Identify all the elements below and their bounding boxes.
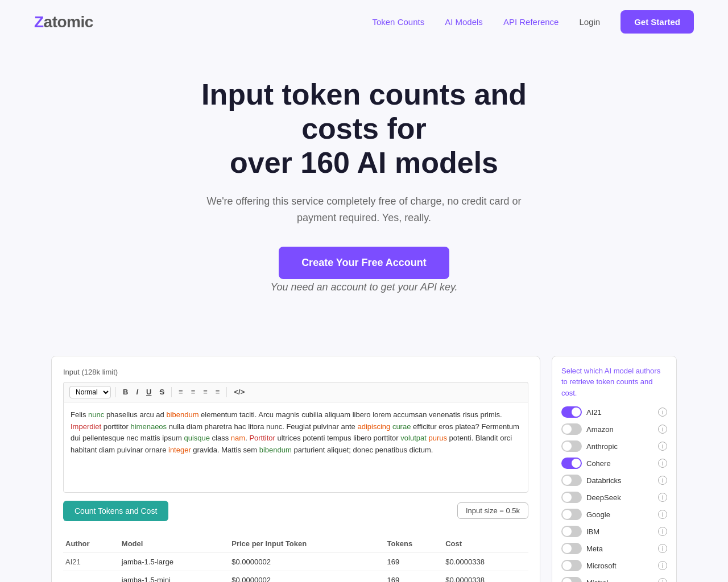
model-label-microsoft: Microsoft (586, 562, 653, 570)
cell-cost: $0.0000338 (443, 571, 528, 582)
model-label-cohere: Cohere (586, 459, 653, 468)
cell-price: $0.0000002 (229, 571, 384, 582)
info-icon-deepseek[interactable]: i (658, 493, 667, 502)
toolbar-code[interactable]: </> (231, 386, 247, 397)
toggle-microsoft[interactable] (561, 560, 582, 571)
logo-rest: atomic (44, 13, 93, 31)
toggle-ai21[interactable] (561, 406, 582, 418)
create-account-button[interactable]: Create Your Free Account (279, 247, 449, 279)
right-panel: Select which AI model authors to retriev… (552, 356, 677, 582)
cell-tokens: 169 (385, 571, 444, 582)
model-row-ibm: IBM i (561, 526, 667, 537)
toolbar-underline[interactable]: U (144, 386, 154, 397)
cell-price: $0.0000002 (229, 552, 384, 571)
info-icon-amazon[interactable]: i (658, 425, 667, 434)
toolbar-bold[interactable]: B (121, 386, 130, 397)
editor-content: Felis nunc phasellus arcu ad bibendum el… (71, 410, 519, 454)
editor-actions: Count Tokens and Cost Input size = 0.5k (63, 501, 528, 521)
info-icon-anthropic[interactable]: i (658, 442, 667, 451)
toggle-deepseek[interactable] (561, 492, 582, 503)
get-started-button[interactable]: Get Started (621, 10, 694, 34)
model-label-meta: Meta (586, 544, 653, 553)
cell-model: jamba-1.5-mini (119, 571, 229, 582)
input-label: Input (128k limit) (63, 368, 528, 376)
col-tokens: Tokens (385, 535, 444, 553)
logo: Zatomic (34, 13, 93, 31)
model-label-anthropic: Anthropic (586, 442, 653, 451)
nav-ai-models[interactable]: AI Models (445, 17, 483, 27)
info-icon-google[interactable]: i (658, 510, 667, 519)
model-row-amazon: Amazon i (561, 423, 667, 435)
cell-author: AI21 (63, 552, 119, 571)
col-cost: Cost (443, 535, 528, 553)
info-icon-mistral[interactable]: i (658, 578, 667, 582)
model-row-microsoft: Microsoft i (561, 560, 667, 571)
toolbar-strikethrough[interactable]: S (157, 386, 167, 397)
table-row: jamba-1.5-mini $0.0000002 169 $0.0000338 (63, 571, 528, 582)
cell-tokens: 169 (385, 552, 444, 571)
format-select[interactable]: Normal (69, 386, 111, 398)
navbar: Zatomic Token Counts AI Models API Refer… (0, 0, 728, 44)
hero-note: You need an account to get your API key. (193, 279, 535, 296)
toolbar-indent-right[interactable]: ≡ (213, 386, 222, 397)
toolbar-ol[interactable]: ≡ (189, 386, 198, 397)
col-model: Model (119, 535, 229, 553)
toolbar-divider-2 (171, 387, 172, 397)
model-row-deepseek: DeepSeek i (561, 492, 667, 503)
toggle-cohere[interactable] (561, 458, 582, 469)
toggle-mistral[interactable] (561, 577, 582, 582)
model-row-ai21: AI21 i (561, 406, 667, 418)
toggle-databricks[interactable] (561, 475, 582, 486)
info-icon-ai21[interactable]: i (658, 408, 667, 417)
hero-section: Input token counts and costs for over 16… (0, 44, 728, 333)
col-price: Price per Input Token (229, 535, 384, 553)
nav-links: Token Counts AI Models API Reference Log… (372, 10, 694, 34)
info-icon-microsoft[interactable]: i (658, 561, 667, 570)
toolbar-indent-left[interactable]: ≡ (201, 386, 210, 397)
model-label-ibm: IBM (586, 527, 653, 536)
model-toggles-container: AI21 i Amazon i Anthropic i Cohere i Dat… (561, 406, 667, 582)
info-icon-databricks[interactable]: i (658, 476, 667, 485)
table-header-row: Author Model Price per Input Token Token… (63, 535, 528, 553)
model-label-mistral: Mistral (586, 579, 653, 582)
toggle-ibm[interactable] (561, 526, 582, 537)
toolbar-divider-1 (115, 387, 116, 397)
model-label-amazon: Amazon (586, 425, 653, 434)
info-icon-ibm[interactable]: i (658, 527, 667, 536)
right-panel-title-highlight: authors (634, 367, 660, 375)
hero-heading: Input token counts and costs for over 16… (165, 78, 563, 180)
toolbar-italic[interactable]: I (134, 386, 140, 397)
model-label-ai21: AI21 (586, 408, 653, 417)
toolbar-divider-3 (226, 387, 227, 397)
info-icon-meta[interactable]: i (658, 544, 667, 553)
toggle-meta[interactable] (561, 543, 582, 554)
nav-api-reference[interactable]: API Reference (503, 17, 559, 27)
toggle-anthropic[interactable] (561, 440, 582, 452)
toggle-amazon[interactable] (561, 423, 582, 435)
logo-z: Z (34, 13, 44, 31)
cell-author (63, 571, 119, 582)
table-body: AI21 jamba-1.5-large $0.0000002 169 $0.0… (63, 552, 528, 582)
table-head: Author Model Price per Input Token Token… (63, 535, 528, 553)
toggle-google[interactable] (561, 509, 582, 520)
model-label-google: Google (586, 510, 653, 519)
hero-subtext: We're offering this service completely f… (193, 193, 535, 226)
table-row: AI21 jamba-1.5-large $0.0000002 169 $0.0… (63, 552, 528, 571)
count-tokens-button[interactable]: Count Tokens and Cost (63, 501, 168, 521)
model-label-deepseek: DeepSeek (586, 493, 653, 502)
left-panel: Input (128k limit) Normal B I U S ≡ ≡ ≡ … (51, 356, 540, 582)
editor-area[interactable]: Felis nunc phasellus arcu ad bibendum el… (63, 402, 528, 493)
model-row-meta: Meta i (561, 543, 667, 554)
model-row-cohere: Cohere i (561, 458, 667, 469)
right-panel-title-after: to retrieve token counts and cost. (561, 377, 652, 397)
model-label-databricks: Databricks (586, 476, 653, 485)
info-icon-cohere[interactable]: i (658, 459, 667, 468)
model-row-mistral: Mistral i (561, 577, 667, 582)
nav-login[interactable]: Login (579, 17, 600, 27)
col-author: Author (63, 535, 119, 553)
tool-section: Input (128k limit) Normal B I U S ≡ ≡ ≡ … (40, 356, 688, 582)
results-table: Author Model Price per Input Token Token… (63, 535, 528, 582)
nav-token-counts[interactable]: Token Counts (372, 17, 424, 27)
toolbar-ul[interactable]: ≡ (176, 386, 185, 397)
model-row-databricks: Databricks i (561, 475, 667, 486)
